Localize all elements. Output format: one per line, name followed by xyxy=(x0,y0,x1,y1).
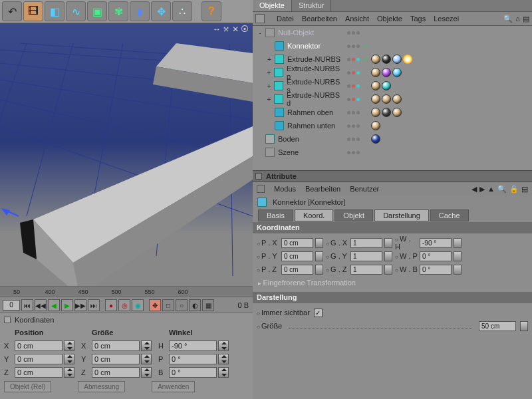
pos-y-field[interactable]: 0 cm xyxy=(15,354,63,364)
spin-gx[interactable] xyxy=(384,238,392,248)
menu-benutzer[interactable]: Benutzer xyxy=(350,185,379,193)
spin-wp[interactable] xyxy=(454,251,462,261)
tree-row-extrude-nurbs-d[interactable]: +Extrude-NURBS d xyxy=(253,92,532,106)
object-name[interactable]: Rahmen unten xyxy=(286,122,335,130)
expand-icon[interactable]: + xyxy=(266,69,273,76)
ang-h-field[interactable]: -90 ° xyxy=(169,340,217,351)
nav-fwd-icon[interactable]: ▶ xyxy=(479,185,485,194)
material-tag-icon[interactable] xyxy=(392,55,402,64)
material-tag-icon[interactable] xyxy=(392,108,402,117)
nurbs-button[interactable]: ▣ xyxy=(87,1,107,21)
material-tag-icon[interactable] xyxy=(371,55,380,64)
material-tag-icon[interactable] xyxy=(382,55,391,64)
play-button[interactable]: ▶ xyxy=(61,299,73,311)
tag-row[interactable] xyxy=(371,119,380,132)
visibility-dots[interactable] xyxy=(344,119,371,132)
menu-tags[interactable]: Tags xyxy=(410,15,426,23)
field-pz[interactable]: 0 cm xyxy=(281,265,313,275)
tab-objekte[interactable]: Objekte xyxy=(253,0,292,11)
play-back-button[interactable]: ◀ xyxy=(48,299,60,311)
expand-icon[interactable]: + xyxy=(266,82,273,90)
tag-row[interactable] xyxy=(371,132,380,146)
material-tag-icon[interactable] xyxy=(371,108,380,117)
tree-row-extrude-nurbs-s[interactable]: +Extrude-NURBS s xyxy=(253,79,532,92)
object-name[interactable]: Konnektor xyxy=(286,42,321,50)
pos-z-spinner[interactable] xyxy=(64,367,74,378)
size-z-field[interactable]: 0 cm xyxy=(92,367,140,378)
field-wp[interactable]: 0 ° xyxy=(420,251,452,261)
field-wh[interactable]: -90 ° xyxy=(420,238,452,248)
tag-row[interactable] xyxy=(371,53,412,66)
move-key-button[interactable]: ✥ xyxy=(149,299,161,311)
tree-row-boden[interactable]: Boden xyxy=(253,132,532,146)
tab-basis[interactable]: Basis xyxy=(258,209,293,221)
tab-koord[interactable]: Koord. xyxy=(295,209,333,221)
material-tag-icon[interactable] xyxy=(371,68,380,77)
deformer-button[interactable]: ◗ xyxy=(130,1,150,21)
object-name[interactable]: Extrude-NURBS xyxy=(286,55,340,63)
tab-cache[interactable]: Cache xyxy=(430,209,469,221)
spin-gz[interactable] xyxy=(384,265,392,275)
menu-bearbeiten2[interactable]: Bearbeiten xyxy=(305,185,340,193)
ang-p-field[interactable]: 0 ° xyxy=(169,354,217,364)
material-tag-icon[interactable] xyxy=(392,94,402,104)
abmessung-button[interactable]: Abmessung xyxy=(78,381,125,392)
tree-row-rahmen-unten[interactable]: Rahmen unten xyxy=(253,119,532,132)
tree-row-extrude-nurbs[interactable]: +Extrude-NURBS✓ xyxy=(253,53,532,66)
menu-modus[interactable]: Modus xyxy=(274,185,296,193)
spin-groesse[interactable] xyxy=(520,321,528,331)
autokey-button[interactable]: ◎ xyxy=(118,299,130,311)
visibility-dots[interactable] xyxy=(344,66,371,79)
enable-check-icon[interactable]: ✓ xyxy=(362,42,371,51)
go-start-button[interactable]: ⏮ xyxy=(21,299,33,311)
expand-icon[interactable]: + xyxy=(266,96,273,103)
tab-struktur[interactable]: Struktur xyxy=(292,0,332,11)
field-gy[interactable]: 1 xyxy=(350,251,382,261)
attr-menu-toggle[interactable] xyxy=(257,185,265,193)
prim-cube-button[interactable]: ◧ xyxy=(45,1,65,21)
material-tag-icon[interactable] xyxy=(392,68,402,77)
menu-datei[interactable]: Datei xyxy=(277,15,294,23)
ang-h-spinner[interactable] xyxy=(218,340,229,351)
viewport-3d[interactable]: ↔ ⤧ ✕ ⦿ xyxy=(0,23,253,286)
attr-toggle-icon[interactable] xyxy=(255,173,262,180)
attr-search-icon[interactable]: 🔍 xyxy=(497,185,507,194)
param-key-button[interactable]: ◐ xyxy=(189,299,201,311)
size-y-field[interactable]: 0 cm xyxy=(92,354,140,364)
material-tag-icon[interactable] xyxy=(371,134,380,144)
filter-icon[interactable]: ▤ xyxy=(523,15,529,23)
material-tag-icon[interactable] xyxy=(371,121,380,130)
size-x-spinner[interactable] xyxy=(141,340,152,351)
undo-button[interactable]: ↶ xyxy=(2,1,22,21)
object-name[interactable]: Rahmen oben xyxy=(286,108,333,116)
anwenden-button[interactable]: Anwenden xyxy=(152,381,195,392)
search-icon[interactable]: 🔍 xyxy=(503,15,513,23)
tag-row[interactable] xyxy=(371,79,391,92)
visibility-dots[interactable] xyxy=(344,26,371,39)
visibility-dots[interactable] xyxy=(344,146,371,159)
size-x-field[interactable]: 0 cm xyxy=(92,340,140,351)
visibility-dots[interactable] xyxy=(344,92,371,106)
more-icon[interactable]: ▤ xyxy=(521,185,528,194)
tab-darstellung[interactable]: Darstellung xyxy=(374,209,429,221)
current-frame-field[interactable]: 0 xyxy=(3,300,20,311)
array-button[interactable]: ✾ xyxy=(108,1,128,21)
field-wb[interactable]: 0 ° xyxy=(420,265,452,275)
menu-ansicht[interactable]: Ansicht xyxy=(345,15,369,23)
tag-row[interactable] xyxy=(371,106,402,119)
pla-key-button[interactable]: ▦ xyxy=(202,299,214,311)
viewport-mode-icons[interactable]: ↔ ⤧ ✕ ⦿ xyxy=(213,25,249,34)
key-options-button[interactable]: ◉ xyxy=(132,299,144,311)
pos-x-spinner[interactable] xyxy=(64,340,74,351)
object-name[interactable]: Extrude-NURBS d xyxy=(285,91,344,107)
spline-button[interactable]: ∿ xyxy=(66,1,86,21)
material-tag-icon[interactable] xyxy=(382,108,391,117)
material-tag-icon[interactable] xyxy=(382,68,391,77)
tree-row-konnektor[interactable]: Konnektor✓ xyxy=(253,39,532,53)
field-gx[interactable]: 1 xyxy=(350,238,382,248)
scene-button[interactable]: ✥ xyxy=(151,1,171,21)
tree-row-szene[interactable]: Szene xyxy=(253,146,532,159)
scale-key-button[interactable]: □ xyxy=(162,299,174,311)
menu-bearbeiten[interactable]: Bearbeiten xyxy=(302,15,337,23)
help-button[interactable]: ? xyxy=(201,1,221,21)
